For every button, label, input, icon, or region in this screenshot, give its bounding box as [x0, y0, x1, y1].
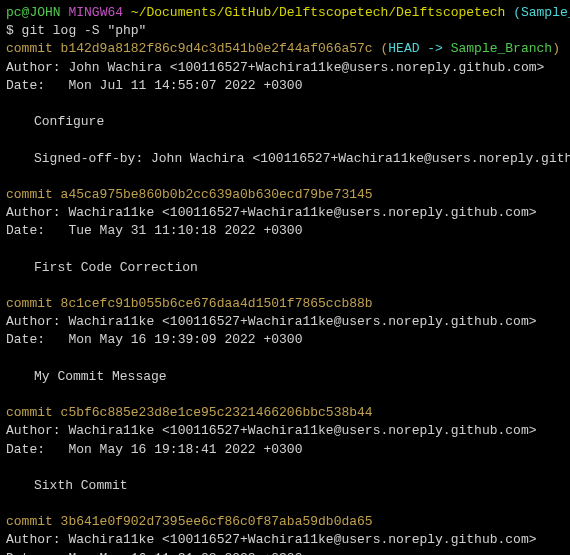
commit-author: Author: Wachira11ke <100116527+Wachira11… [6, 422, 564, 440]
commit-author: Author: Wachira11ke <100116527+Wachira11… [6, 531, 564, 549]
prompt-branch-open: ( [513, 5, 521, 20]
commit-date: Date: Mon Jul 11 14:55:07 2022 +0300 [6, 77, 564, 95]
commit-header: commit 3b641e0f902d7395ee6cf86c0f87aba59… [6, 513, 564, 531]
commit-label: commit [6, 187, 61, 202]
prompt-user-host: pc@JOHN [6, 5, 61, 20]
blank-line [6, 350, 564, 368]
commit-header: commit b142d9a8182f86c9d4c3d541b0e2f44af… [6, 40, 564, 58]
head-open: ( [373, 41, 389, 56]
commit-hash: 3b641e0f902d7395ee6cf86c0f87aba59db0da65 [61, 514, 373, 529]
blank-line [6, 168, 564, 186]
blank-line [6, 95, 564, 113]
commit-message: My Commit Message [6, 368, 564, 386]
blank-line [6, 386, 564, 404]
blank-line [6, 495, 564, 513]
commit-hash: b142d9a8182f86c9d4c3d541b0e2f44af066a57c [61, 41, 373, 56]
commit-author: Author: Wachira11ke <100116527+Wachira11… [6, 313, 564, 331]
commit-author: Author: John Wachira <100116527+Wachira1… [6, 59, 564, 77]
commit-message: First Code Correction [6, 259, 564, 277]
commit-signoff: Signed-off-by: John Wachira <100116527+W… [6, 150, 564, 168]
commit-header: commit a45ca975be860b0b2cc639a0b630ecd79… [6, 186, 564, 204]
prompt-env: MINGW64 [68, 5, 123, 20]
commit-message: Configure [6, 113, 564, 131]
command-line[interactable]: $ git log -S "php" [6, 22, 564, 40]
commit-author: Author: Wachira11ke <100116527+Wachira11… [6, 204, 564, 222]
commit-header: commit 8c1cefc91b055b6ce676daa4d1501f786… [6, 295, 564, 313]
blank-line [6, 240, 564, 258]
commit-date: Date: Tue May 31 11:10:18 2022 +0300 [6, 222, 564, 240]
blank-line [6, 131, 564, 149]
prompt-line: pc@JOHN MINGW64 ~/Documents/GitHub/Delft… [6, 4, 564, 22]
commit-message: Sixth Commit [6, 477, 564, 495]
head-branch: Sample_Branch [451, 41, 552, 56]
commit-date: Date: Mon May 16 19:39:09 2022 +0300 [6, 331, 564, 349]
commit-hash: c5bf6c885e23d8e1ce95c2321466206bbc538b44 [61, 405, 373, 420]
head-label: HEAD -> [388, 41, 450, 56]
commit-header: commit c5bf6c885e23d8e1ce95c2321466206bb… [6, 404, 564, 422]
commit-label: commit [6, 296, 61, 311]
prompt-branch: Sample_Branch [521, 5, 570, 20]
commit-label: commit [6, 514, 61, 529]
blank-line [6, 459, 564, 477]
head-close: ) [552, 41, 560, 56]
commit-label: commit [6, 41, 61, 56]
blank-line [6, 277, 564, 295]
commit-label: commit [6, 405, 61, 420]
commit-hash: 8c1cefc91b055b6ce676daa4d1501f7865ccb88b [61, 296, 373, 311]
commit-date: Date: Mon May 16 19:18:41 2022 +0300 [6, 441, 564, 459]
prompt-path: ~/Documents/GitHub/Delftscopetech/Delfts… [131, 5, 505, 20]
commit-date: Date: Mon May 16 11:31:08 2022 +0300 [6, 550, 564, 555]
commit-hash: a45ca975be860b0b2cc639a0b630ecd79be73145 [61, 187, 373, 202]
